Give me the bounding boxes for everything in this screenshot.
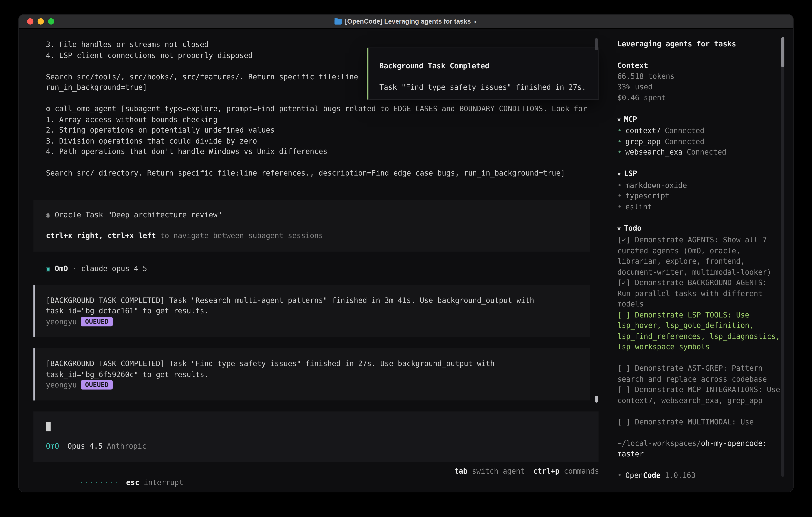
agent-separator: · [68, 264, 81, 272]
esc-key-hint: esc [126, 478, 139, 487]
context-section: Context 66,518 tokens 33% used $0.46 spe… [617, 60, 780, 103]
workspace-info: ~/local-workspaces/oh-my-opencode:master [617, 438, 780, 459]
status-bar: ········esc interrupt tab switch agentct… [19, 465, 610, 477]
tool-call-text: call_omo_agent [subagent_type=explore, p… [55, 104, 587, 113]
mcp-section-header[interactable]: ▼MCP [617, 113, 780, 125]
lsp-heading: LSP [624, 169, 637, 178]
workspace-repo: oh-my-opencode: [701, 439, 767, 447]
bullet-icon: • [617, 181, 622, 189]
agent-name: OmO [50, 264, 68, 272]
tool-call-item: 2. String operations on potentially unde… [19, 125, 610, 136]
todo-section: ▼Todo [✓] Demonstrate AGENTS: Show all 7… [617, 223, 780, 427]
close-button[interactable] [27, 18, 33, 24]
notification-scrollbar-thumb[interactable] [595, 38, 598, 50]
esc-action-label: interrupt [139, 478, 183, 487]
session-title: Leveraging agents for tasks [617, 38, 780, 49]
oracle-icon: ◉ [46, 210, 50, 219]
bullet-icon: • [617, 192, 622, 200]
oracle-title-row: ◉ Oracle Task "Deep architecture review" [46, 209, 590, 220]
toast-notification: Background Task Completed Task "Find typ… [367, 48, 599, 100]
agent-model: claude-opus-4-5 [81, 264, 147, 272]
tab-action-label: switch agent [467, 467, 525, 475]
todo-item: [✓] Demonstrate AGENTS: Show all 7 curat… [617, 235, 780, 277]
minimize-button[interactable] [37, 18, 44, 24]
mcp-heading: MCP [624, 114, 637, 123]
message-meta: yeongyuQUEUED [46, 380, 590, 390]
tool-call-item: 3. Division operations that could divide… [19, 136, 610, 146]
chevron-down-icon: ▼ [617, 171, 621, 178]
message-text: task_id="bg_6f59260c" to get results. [46, 369, 590, 380]
lsp-item: •typescript [617, 191, 780, 201]
opencode-window: [OpenCode] Leveraging agents for tasks ◐… [19, 15, 793, 492]
tool-call-footer: Search src/ directory. Return specific f… [19, 167, 610, 178]
mcp-status: Connected [665, 126, 704, 135]
message-block: [BACKGROUND TASK COMPLETED] Task "Resear… [33, 285, 590, 337]
version-row: •OpenCode1.0.163 [617, 470, 780, 481]
input-agent-name: OmO [46, 442, 59, 450]
folder-icon [335, 19, 342, 24]
lsp-section: ▼LSP •markdown-oxide •typescript •eslint [617, 168, 780, 212]
chevron-down-icon: ▼ [617, 116, 621, 123]
gear-icon: ⚙ [46, 104, 50, 113]
ctrlp-action-label: commands [559, 467, 599, 475]
working-spinner: ········ [80, 478, 119, 487]
agent-header: ▣ OmO · claude-opus-4-5 [19, 263, 610, 274]
workspace-path: ~/local-workspaces/ [617, 439, 701, 447]
workspace-branch: master [617, 448, 780, 459]
oracle-title: Oracle Task "Deep architecture review" [50, 210, 222, 219]
todo-item: [ ] Demonstrate MCP INTEGRATIONS: Use co… [617, 384, 780, 406]
mcp-item: •grep_appConnected [617, 136, 780, 147]
chevron-down-icon: ▼ [617, 225, 621, 232]
todo-section-header[interactable]: ▼Todo [617, 223, 780, 235]
context-used: 33% used [617, 81, 780, 92]
lsp-item: •markdown-oxide [617, 180, 780, 191]
text-cursor [46, 421, 51, 431]
tool-call-item: 4. Path operations that don't handle Win… [19, 146, 610, 157]
brand-open: Open [626, 471, 643, 480]
status-dot-icon: • [617, 126, 622, 135]
toast-title: Background Task Completed [379, 61, 598, 71]
titlebar: [OpenCode] Leveraging agents for tasks ◐ [19, 15, 793, 29]
context-spent: $0.46 spent [617, 92, 780, 103]
oracle-task-panel: ◉ Oracle Task "Deep architecture review"… [33, 200, 590, 251]
input-model-row: OmOOpus 4.5Anthropic [46, 441, 599, 452]
moon-icon: ◐ [474, 18, 477, 24]
oracle-hint-text: to navigate between subagent sessions [156, 231, 323, 240]
context-heading: Context [617, 60, 780, 71]
app-version: 1.0.163 [665, 471, 696, 480]
bullet-icon: • [617, 471, 622, 480]
prompt-input[interactable]: OmOOpus 4.5Anthropic [33, 411, 599, 462]
mcp-status: Connected [687, 148, 726, 156]
oracle-hint-row: ctrl+x right, ctrl+x left to navigate be… [46, 230, 590, 241]
mcp-item: •context7Connected [617, 125, 780, 136]
zoom-button[interactable] [48, 18, 54, 24]
message-author: yeongyu [46, 317, 77, 326]
mcp-section: ▼MCP •context7Connected •grep_appConnect… [617, 113, 780, 157]
tool-call-item: 1. Array access without bounds checking [19, 114, 610, 125]
status-dot-icon: • [617, 148, 622, 156]
message-text: task_id="bg_dcfac161" to get results. [46, 305, 590, 316]
traffic-lights [27, 15, 54, 28]
lsp-section-header[interactable]: ▼LSP [617, 168, 780, 180]
window-body: 3. File handles or streams not closed 4.… [19, 29, 793, 492]
mcp-status: Connected [665, 137, 704, 145]
queued-badge: QUEUED [81, 380, 113, 389]
toast-body: Task "Find type safety issues" finished … [379, 82, 598, 92]
oracle-hint-keys: ctrl+x right, ctrl+x left [46, 231, 156, 240]
queued-badge: QUEUED [81, 317, 113, 326]
message-block: [BACKGROUND TASK COMPLETED] Task "Find t… [33, 348, 590, 400]
message-text: [BACKGROUND TASK COMPLETED] Task "Resear… [46, 295, 590, 305]
todo-item-active: [ ] Demonstrate LSP TOOLS: Use lsp_hover… [617, 309, 780, 352]
window-title-group: [OpenCode] Leveraging agents for tasks ◐ [335, 18, 477, 25]
context-tokens: 66,518 tokens [617, 71, 780, 82]
agent-icon: ▣ [46, 264, 50, 272]
message-author: yeongyu [46, 381, 77, 389]
todo-item: [✓] Demonstrate BACKGROUND AGENTS: Run p… [617, 277, 780, 309]
lsp-item: •eslint [617, 201, 780, 212]
sidebar[interactable]: Leveraging agents for tasks Context 66,5… [610, 29, 793, 492]
message-meta: yeongyuQUEUED [46, 316, 590, 327]
conversation-scrollbar-thumb[interactable] [595, 396, 598, 403]
brand-code: Code [643, 471, 661, 480]
input-model-name: Opus 4.5 [67, 442, 103, 450]
mcp-item: •websearch_exaConnected [617, 147, 780, 158]
